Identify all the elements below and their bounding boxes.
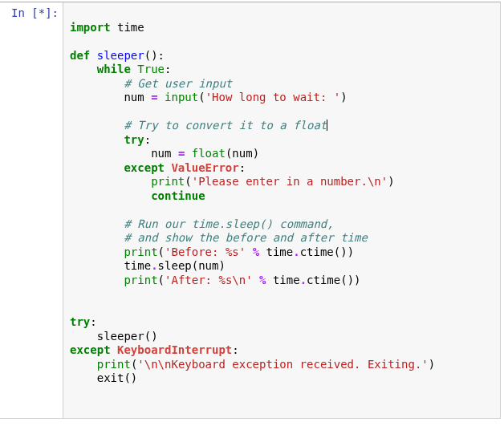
indent xyxy=(70,175,151,188)
indent xyxy=(70,217,124,230)
punct: ( xyxy=(185,175,191,188)
punct: ) xyxy=(388,175,394,188)
comment: # Run our time.sleep() command, xyxy=(124,217,333,230)
punct: ()) xyxy=(340,274,360,286)
dot: . xyxy=(293,245,299,258)
punct: : xyxy=(239,161,246,174)
var: num xyxy=(232,147,252,160)
exception-keyboardinterrupt: KeyboardInterrupt xyxy=(111,343,233,356)
operator: = xyxy=(151,91,157,103)
indent xyxy=(70,231,124,244)
space xyxy=(185,147,191,160)
module: time xyxy=(259,245,293,258)
builtin-true: True xyxy=(131,63,165,75)
method: ctime xyxy=(300,245,334,258)
dot: . xyxy=(151,259,157,272)
keyword-except: except xyxy=(124,161,165,174)
module: time xyxy=(124,259,151,272)
indent xyxy=(70,119,124,132)
prompt-prefix: In [ xyxy=(11,6,39,19)
punct: ) xyxy=(253,147,259,160)
indent xyxy=(70,274,124,286)
punct: ( xyxy=(158,274,165,286)
punct: ()) xyxy=(334,245,354,258)
dot: . xyxy=(300,274,307,286)
code-content[interactable]: import time def sleeper(): while True: #… xyxy=(70,21,494,386)
punct: (): xyxy=(144,49,165,62)
punct: ( xyxy=(192,259,198,272)
string: 'Before: %s' xyxy=(165,245,246,258)
string: 'After: %s\n' xyxy=(165,274,253,286)
builtin-print: print xyxy=(97,358,131,371)
var: num xyxy=(124,91,151,103)
indent xyxy=(70,189,151,202)
builtin-print: print xyxy=(151,175,185,188)
keyword-continue: continue xyxy=(151,189,205,202)
string: 'How long to wait: ' xyxy=(205,91,341,103)
indent xyxy=(70,358,97,371)
comment: # and show the before and after time xyxy=(124,231,367,244)
punct: ) xyxy=(218,259,225,272)
text-cursor xyxy=(327,120,327,131)
keyword-try: try xyxy=(124,133,144,146)
method: ctime xyxy=(307,274,340,286)
function-call: exit xyxy=(97,371,124,384)
comment: # Try to convert it to a float xyxy=(124,119,327,132)
var: num xyxy=(151,147,178,160)
punct: () xyxy=(124,371,137,384)
builtin-input: input xyxy=(165,91,198,103)
indent xyxy=(70,245,124,258)
punct: : xyxy=(144,133,151,146)
indent xyxy=(70,133,124,146)
string: '\n\nKeyboard exception received. Exitin… xyxy=(137,358,428,371)
space xyxy=(246,245,252,258)
punct: : xyxy=(165,63,171,75)
keyword-while: while xyxy=(97,63,131,75)
keyword-except: except xyxy=(70,343,111,356)
space xyxy=(158,91,165,103)
punct: ( xyxy=(158,245,165,258)
indent xyxy=(70,63,97,75)
punct: ) xyxy=(429,358,435,371)
punct: ( xyxy=(198,91,205,103)
space xyxy=(253,274,259,286)
keyword-try: try xyxy=(70,315,90,328)
input-prompt: In [*]: xyxy=(0,2,63,418)
function-name: sleeper xyxy=(90,49,144,62)
indent xyxy=(70,77,124,90)
var: num xyxy=(198,259,218,272)
method: sleep xyxy=(158,259,192,272)
module-name: time xyxy=(111,21,144,34)
builtin-print: print xyxy=(124,274,157,286)
punct: ) xyxy=(340,91,347,103)
indent xyxy=(70,91,124,103)
keyword-import: import xyxy=(70,21,111,34)
indent xyxy=(70,147,151,160)
indent xyxy=(70,371,97,384)
comment: # Get user input xyxy=(124,77,232,90)
punct: : xyxy=(90,315,96,328)
builtin-float: float xyxy=(192,147,226,160)
punct: () xyxy=(144,330,158,343)
builtin-print: print xyxy=(124,245,157,258)
string: 'Please enter in a number.\n' xyxy=(192,175,388,188)
code-editor[interactable]: import time def sleeper(): while True: #… xyxy=(63,2,500,418)
indent xyxy=(70,161,124,174)
function-call: sleeper xyxy=(97,330,144,343)
operator: % xyxy=(253,245,259,258)
indent xyxy=(70,330,97,343)
keyword-def: def xyxy=(70,49,90,62)
prompt-running-indicator: * xyxy=(39,6,45,19)
module: time xyxy=(266,274,299,286)
exception-valueerror: ValueError xyxy=(165,161,239,174)
prompt-suffix: ]: xyxy=(45,6,59,19)
code-cell: In [*]: import time def sleeper(): while… xyxy=(0,2,501,419)
indent xyxy=(70,259,124,272)
punct: : xyxy=(232,343,238,356)
